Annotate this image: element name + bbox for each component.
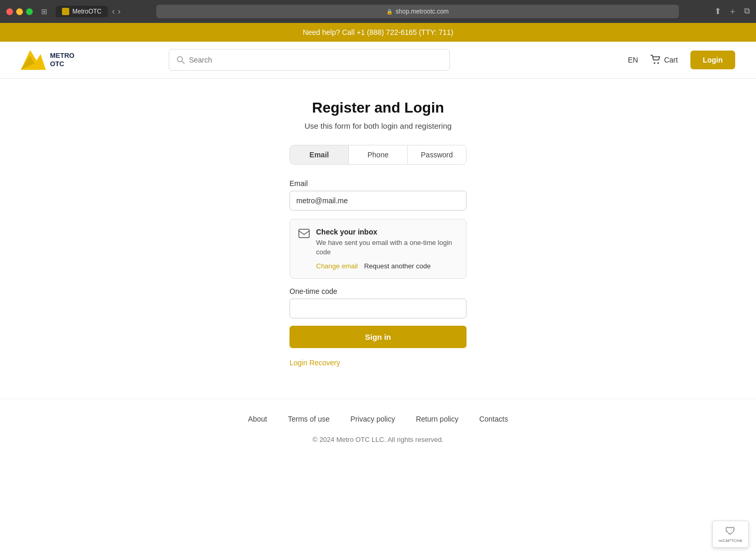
sidebar-toggle-icon[interactable]: ⊞ — [41, 7, 47, 16]
login-recovery-link[interactable]: Login Recovery — [289, 359, 340, 367]
browser-chrome: ⊞ MetroOTC ‹ › 🔒 shop.metrootc.com ⬆ ＋ ⧉ — [0, 0, 756, 23]
tab-favicon — [62, 8, 69, 15]
footer-link-contacts[interactable]: Contacts — [479, 415, 508, 423]
logo-text: METRO OTC — [50, 52, 74, 68]
email-label: Email — [289, 179, 467, 188]
help-banner: Need help? Call +1 (888) 722-6165 (TTY: … — [0, 23, 756, 42]
browser-tab-bar: MetroOTC — [56, 6, 108, 17]
back-button[interactable]: ‹ — [112, 7, 115, 16]
email-input[interactable] — [289, 191, 467, 211]
browser-tab[interactable]: MetroOTC — [56, 6, 108, 17]
inbox-notice: Check your inbox We have sent you email … — [289, 219, 467, 279]
footer-link-return[interactable]: Return policy — [416, 415, 459, 423]
cart-button[interactable]: Cart — [650, 55, 677, 65]
logo-line1: METRO — [50, 52, 74, 60]
request-code-button[interactable]: Request another code — [364, 262, 431, 270]
svg-line-3 — [182, 61, 184, 64]
page-subtitle: Use this form for both login and registe… — [305, 121, 452, 130]
search-bar[interactable] — [169, 49, 450, 71]
share-icon[interactable]: ⬆ — [714, 6, 721, 17]
auth-tabs: Email Phone Password — [289, 145, 467, 165]
recaptcha-icon: 🛡 — [718, 525, 743, 537]
main-content: Register and Login Use this form for bot… — [0, 79, 756, 399]
change-email-link[interactable]: Change email — [316, 262, 358, 270]
site-header: METRO OTC EN Cart Login — [0, 42, 756, 79]
inbox-actions: Change email Request another code — [316, 262, 458, 270]
site-footer: About Terms of use Privacy policy Return… — [0, 399, 756, 454]
logo-line2: OTC — [50, 60, 74, 68]
sign-in-button[interactable]: Sign in — [289, 326, 467, 348]
search-input[interactable] — [189, 56, 442, 64]
svg-point-4 — [654, 63, 656, 64]
logo-link[interactable]: METRO OTC — [21, 50, 74, 70]
browser-action-buttons: ⬆ ＋ ⧉ — [714, 6, 750, 17]
footer-nav: About Terms of use Privacy policy Return… — [21, 415, 735, 423]
inbox-text: Check your inbox We have sent you email … — [316, 228, 458, 270]
page-title: Register and Login — [312, 100, 444, 116]
header-right: EN Cart Login — [628, 51, 735, 69]
cart-icon — [650, 55, 661, 65]
recaptcha-text: reCAPTCHA — [719, 538, 742, 543]
traffic-lights — [6, 8, 33, 15]
otp-input[interactable] — [289, 299, 467, 318]
lock-icon: 🔒 — [386, 9, 393, 15]
svg-rect-6 — [299, 229, 309, 238]
inbox-icon — [298, 229, 310, 241]
svg-point-5 — [658, 63, 659, 64]
auth-form: Email Check your inbox We have sent you … — [289, 179, 467, 367]
search-icon — [177, 56, 185, 64]
tab-label: MetroOTC — [72, 8, 102, 15]
tab-password[interactable]: Password — [408, 145, 466, 164]
fullscreen-window-button[interactable] — [26, 8, 33, 15]
tab-overview-icon[interactable]: ⧉ — [744, 6, 750, 17]
banner-text: Need help? Call +1 (888) 722-6165 (TTY: … — [303, 28, 453, 36]
footer-link-about[interactable]: About — [248, 415, 267, 423]
inbox-desc: We have sent you email with a one-time l… — [316, 238, 458, 257]
address-bar[interactable]: 🔒 shop.metrootc.com — [156, 5, 679, 18]
tab-phone[interactable]: Phone — [349, 145, 408, 164]
logo-icon — [21, 50, 46, 70]
url-text: shop.metrootc.com — [396, 8, 449, 15]
footer-link-privacy[interactable]: Privacy policy — [350, 415, 395, 423]
minimize-window-button[interactable] — [16, 8, 23, 15]
login-button[interactable]: Login — [690, 51, 735, 69]
tab-email[interactable]: Email — [290, 145, 349, 164]
new-tab-icon[interactable]: ＋ — [728, 6, 737, 17]
language-selector[interactable]: EN — [628, 56, 638, 64]
browser-nav-buttons: ‹ › — [112, 7, 121, 16]
footer-link-terms[interactable]: Terms of use — [288, 415, 330, 423]
footer-copyright: © 2024 Metro OTC LLC. All rights reserve… — [21, 436, 735, 443]
otp-label: One-time code — [289, 287, 467, 295]
forward-button[interactable]: › — [118, 7, 120, 16]
inbox-title: Check your inbox — [316, 228, 458, 236]
cart-label: Cart — [664, 56, 677, 64]
close-window-button[interactable] — [6, 8, 13, 15]
recaptcha-badge: 🛡 reCAPTCHA — [712, 521, 749, 548]
